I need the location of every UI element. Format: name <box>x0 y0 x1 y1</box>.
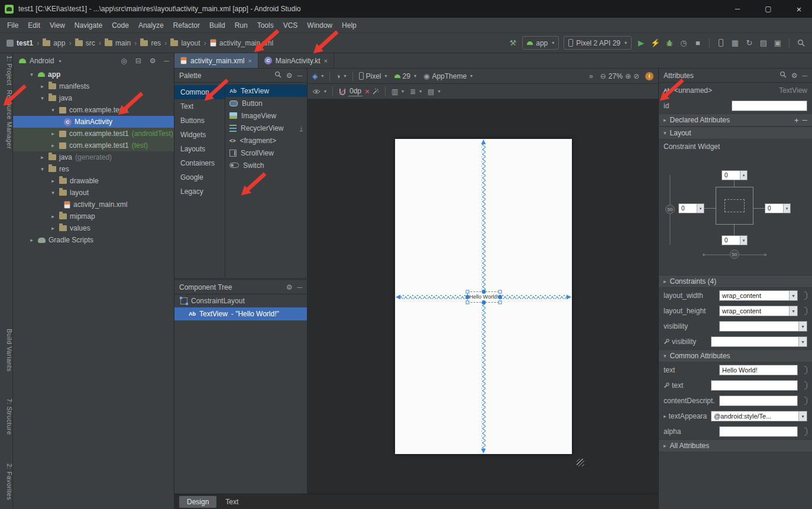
stop-button[interactable]: ■ <box>691 36 704 50</box>
tab-design[interactable]: Design <box>179 496 216 508</box>
tree-item-res[interactable]: ▾ res <box>13 163 174 175</box>
toolwindow-project[interactable]: 1: Project <box>0 56 13 85</box>
flag-toggle[interactable] <box>804 366 807 374</box>
avd-manager-icon[interactable] <box>714 36 727 50</box>
tab-activity-main-xml[interactable]: activity_main.xml × <box>174 53 258 68</box>
pack-icon[interactable]: ▤ <box>428 87 434 96</box>
errors-warning-badge[interactable]: ! <box>645 72 654 80</box>
expand-arrow-icon[interactable]: ▸ <box>39 83 46 89</box>
tree-item-activity-main-xml[interactable]: activity_main.xml <box>13 199 174 210</box>
alpha-input[interactable] <box>719 426 798 437</box>
tree-item-layout[interactable]: ▾ layout <box>13 187 174 199</box>
locate-file-icon[interactable]: ◎ <box>121 57 127 65</box>
content-description-input[interactable] <box>719 395 798 406</box>
palette-item-scrollview[interactable]: ScrollView <box>225 147 307 159</box>
theme-selector[interactable]: AppTheme <box>432 72 467 80</box>
palette-search-icon[interactable] <box>274 71 282 80</box>
apply-changes-button[interactable]: ⚡ <box>649 36 662 50</box>
palette-item-button[interactable]: Button <box>225 97 307 109</box>
palette-category-google[interactable]: Google <box>174 170 225 184</box>
margin-bottom-selector[interactable]: 0 ▾ <box>722 235 748 245</box>
palette-item-imageview[interactable]: ImageView <box>225 109 307 122</box>
section-declared-attributes[interactable]: ▸ Declared Attributes + ─ <box>659 114 812 127</box>
menu-file[interactable]: File <box>2 18 23 33</box>
tree-item-mainactivity[interactable]: C MainActivity <box>13 116 174 128</box>
gradle-sync-icon[interactable]: ↻ <box>743 36 756 50</box>
layout-width-selector[interactable]: wrap_content ▾ <box>719 290 798 301</box>
hide-panel-icon[interactable]: ─ <box>802 72 807 80</box>
search-everywhere-icon[interactable] <box>794 36 807 50</box>
tree-item-values[interactable]: ▸ values <box>13 222 174 234</box>
add-attribute-button[interactable]: + <box>794 116 799 125</box>
id-input[interactable] <box>732 100 807 111</box>
collapse-all-icon[interactable]: ⊟ <box>135 57 141 65</box>
constraint-widget-box[interactable] <box>716 187 753 225</box>
guidelines-icon[interactable]: ▥ <box>392 87 398 96</box>
clear-constraints-icon[interactable]: × <box>365 87 370 96</box>
expand-arrow-icon[interactable]: ▸ <box>50 142 56 148</box>
expand-arrow-icon[interactable]: ▸ <box>50 213 56 219</box>
tree-item-package-androidtest[interactable]: ▸ com.example.test1 (androidTest) <box>13 128 174 140</box>
project-view-selector[interactable]: Android <box>30 57 54 65</box>
tab-text[interactable]: Text <box>218 496 246 508</box>
tool-windows-icon[interactable]: ▣ <box>771 36 784 50</box>
tree-item-java-generated[interactable]: ▸ java (generated) <box>13 151 174 163</box>
expand-arrow-icon[interactable]: ▸ <box>28 237 35 243</box>
breadcrumb-layout[interactable]: layout <box>169 39 202 47</box>
menu-window[interactable]: Window <box>302 18 337 33</box>
palette-category-layouts[interactable]: Layouts <box>174 142 225 156</box>
collapse-arrow-icon[interactable]: ▾ <box>50 190 56 196</box>
more-actions-icon[interactable]: » <box>589 72 593 80</box>
close-button[interactable]: × <box>786 0 812 18</box>
run-button[interactable]: ▶ <box>635 36 648 50</box>
section-constraints[interactable]: ▸ Constraints (4) <box>659 275 812 288</box>
menu-refactor[interactable]: Refactor <box>169 18 205 33</box>
component-textview[interactable]: Ab TextView - "Hello World!" <box>174 307 307 320</box>
tab-close-icon[interactable]: × <box>248 57 251 64</box>
layout-height-selector[interactable]: wrap_content ▾ <box>719 306 798 316</box>
tools-text-input[interactable] <box>711 380 798 391</box>
toolwindow-resource-manager[interactable]: Resource Manager <box>0 90 13 149</box>
settings-gear-icon[interactable]: ⚙ <box>791 72 798 80</box>
palette-item-textview[interactable]: Ab TextView <box>225 85 307 97</box>
menu-build[interactable]: Build <box>205 18 230 33</box>
menu-help[interactable]: Help <box>337 18 361 33</box>
palette-category-legacy[interactable]: Legacy <box>174 184 225 199</box>
section-common-attributes[interactable]: ▾ Common Attributes <box>659 349 812 362</box>
design-canvas[interactable]: Hello World! <box>308 99 658 494</box>
tree-item-app[interactable]: ▾ app <box>13 69 174 80</box>
margin-left-selector[interactable]: 0 ▾ <box>678 203 704 213</box>
flag-toggle[interactable] <box>804 397 807 405</box>
toolwindow-build-variants[interactable]: Build Variants <box>0 329 13 372</box>
tools-visibility-selector[interactable]: ▾ <box>711 336 807 347</box>
flag-toggle[interactable] <box>804 307 807 315</box>
margin-top-selector[interactable]: 0 ▾ <box>722 170 748 180</box>
debug-button[interactable] <box>663 36 676 50</box>
device-selector[interactable]: Pixel <box>366 72 381 80</box>
settings-gear-icon[interactable]: ⚙ <box>286 283 293 291</box>
build-hammer-icon[interactable]: ⚒ <box>506 36 519 50</box>
constraint-widget[interactable]: 50 0 ▾ 0 ▾ 0 ▾ 0 ▾ <box>659 154 812 275</box>
menu-code[interactable]: Code <box>107 18 134 33</box>
target-device-selector[interactable]: Pixel 2 API 29 ▾ <box>564 36 632 50</box>
palette-item-switch[interactable]: Switch <box>225 159 307 171</box>
vertical-bias-knob[interactable]: 50 <box>665 205 675 214</box>
menu-vcs[interactable]: VCS <box>279 18 303 33</box>
menu-navigate[interactable]: Navigate <box>70 18 107 33</box>
expand-arrow-icon[interactable]: ▸ <box>50 178 56 184</box>
palette-category-text[interactable]: Text <box>174 99 225 114</box>
api-level-selector[interactable]: 29 <box>403 72 410 80</box>
maximize-button[interactable]: ▢ <box>755 0 781 18</box>
palette-category-common[interactable]: Common <box>174 85 225 99</box>
toolwindow-favorites[interactable]: 2: Favorites <box>0 463 13 500</box>
breadcrumb-activity-main[interactable]: activity_main.xml <box>208 39 275 47</box>
horizontal-bias-knob[interactable]: 50 <box>730 249 739 259</box>
tree-item-mipmap[interactable]: ▸ mipmap <box>13 210 174 222</box>
layout-inspector-icon[interactable]: ▤ <box>757 36 770 50</box>
menu-edit[interactable]: Edit <box>23 18 45 33</box>
tree-item-manifests[interactable]: ▸ manifests <box>13 80 174 92</box>
expand-arrow-icon[interactable]: ▸ <box>39 154 46 160</box>
collapse-arrow-icon[interactable]: ▾ <box>50 107 56 113</box>
flag-toggle[interactable] <box>804 381 807 390</box>
breadcrumb-main[interactable]: main <box>103 39 132 47</box>
